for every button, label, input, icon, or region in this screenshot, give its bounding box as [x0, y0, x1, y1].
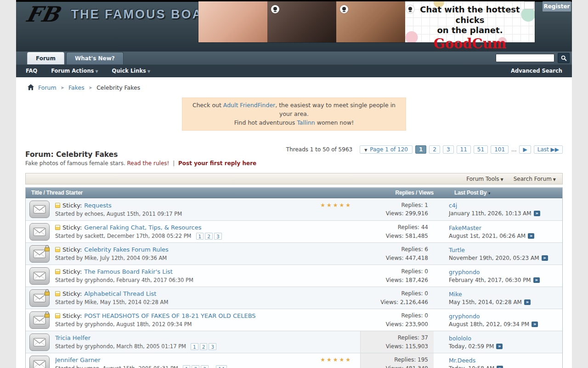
sticky-note-icon [55, 313, 60, 318]
goto-last-post-icon[interactable]: » [528, 233, 534, 239]
lastpost-user-link[interactable]: Mr.Deeds [449, 357, 475, 364]
logo-fb-monogram: FB [24, 4, 61, 25]
forum-toolbar: Forum Tools▼ Search Forum▼ [25, 173, 563, 184]
thread-page-button[interactable]: 14 [216, 365, 226, 368]
tab-whats-new[interactable]: What's New? [66, 52, 124, 64]
thread-page-button[interactable]: 1 [196, 233, 204, 240]
adult-friendfinder-link[interactable]: Adult FriendFinder [223, 102, 275, 109]
register-button[interactable]: Register [543, 1, 571, 12]
thread-title-link[interactable]: Celebrity Fakes Forum Rules [84, 246, 168, 253]
lastpost-user-link[interactable]: bolololo [449, 335, 471, 342]
thread-title-link[interactable]: Jennifer Garner [55, 356, 101, 363]
notice-text: , the easiest way to meet single people … [275, 102, 396, 117]
forum-tools-menu[interactable]: Forum Tools▼ [466, 176, 503, 182]
table-row: Jennifer Garner ★★★★★ Started by vman, A… [26, 353, 562, 368]
thread-table: Title / Thread Starter Replies / Views L… [25, 187, 563, 368]
nav-faq[interactable]: FAQ [26, 68, 37, 74]
next-page-button[interactable]: ▶ [519, 145, 531, 154]
page-number-button[interactable]: 101 [491, 145, 509, 154]
page-number-button[interactable]: 51 [474, 145, 488, 154]
lastpost-user-link[interactable]: c4j [449, 202, 457, 209]
thread-started-by: Started by gryphondo, March 8th, 2005 01… [55, 343, 186, 350]
chevron-down-icon: ▼ [95, 69, 98, 74]
nav-quick-links[interactable]: Quick Links▼ [112, 68, 150, 74]
lastpost-date: Today, 10:58 AM [449, 365, 494, 368]
thread-page-button[interactable]: 3 [209, 343, 216, 350]
replies-count: Replies: 6 [360, 245, 428, 254]
nav-forum-actions[interactable]: Forum Actions▼ [51, 68, 98, 74]
read-rules-link[interactable]: Read the rules! [127, 160, 170, 167]
thread-page-button[interactable]: 1 [183, 365, 191, 368]
thread-title-link[interactable]: Alphabetical Thread List [84, 290, 156, 297]
views-count: Views: 481,349 [361, 364, 428, 368]
thread-title-link[interactable]: Tricia Helfer [55, 334, 90, 341]
last-post-cell: c4j January 11th, 2026, 10:13 AM » [434, 202, 562, 217]
thread-page-button[interactable]: 2 [200, 343, 208, 350]
ad-photo-3 [336, 1, 405, 42]
site-logo[interactable]: FB THE FAMOUS BOARD [26, 4, 223, 25]
breadcrumb-fakes[interactable]: Fakes [68, 84, 85, 91]
lastpost-user-link[interactable]: gryphondo [449, 269, 480, 276]
goto-last-post-icon[interactable]: » [497, 366, 503, 368]
envelope-icon [29, 267, 50, 285]
views-count: Views: 581,485 [360, 232, 428, 241]
thread-title-link[interactable]: Requests [84, 202, 112, 209]
thread-title-link[interactable]: POST HEADSHOTS OF FAKES OF 18-21 YEAR OL… [84, 312, 255, 319]
threads-count: Threads 1 to 50 of 5963 [286, 146, 352, 153]
page-number-button[interactable]: 2 [429, 145, 440, 154]
tab-forum[interactable]: Forum [27, 52, 64, 64]
breadcrumb-forum[interactable]: Forum [38, 84, 57, 91]
divider: | [173, 160, 175, 167]
page-links-ellipsis: ... [210, 366, 215, 368]
search-button[interactable] [558, 53, 570, 63]
sticky-label: Sticky: [62, 202, 82, 209]
tallinn-link[interactable]: Tallinn [297, 119, 315, 126]
goto-last-post-icon[interactable]: » [531, 322, 538, 327]
first-reply-link[interactable]: Post your first reply here [178, 160, 256, 167]
goto-last-post-icon[interactable]: » [496, 344, 503, 349]
search-forum-menu[interactable]: Search Forum▼ [514, 176, 556, 182]
thread-page-button[interactable]: 3 [214, 233, 222, 240]
page-number-button[interactable]: 3 [443, 145, 454, 154]
thread-page-button[interactable]: 3 [201, 365, 209, 368]
column-title-thread-starter[interactable]: Title / Thread Starter [26, 190, 379, 196]
lastpost-user-link[interactable]: Mike [449, 291, 462, 298]
site-header: FB THE FAMOUS BOARD Chat with the hottes… [16, 0, 572, 77]
sticky-note-icon [55, 203, 60, 208]
thread-page-button[interactable]: 2 [205, 233, 213, 240]
chevron-down-icon: ▼ [364, 148, 367, 152]
home-icon[interactable] [28, 84, 34, 90]
lastpost-date: Today, 02:59 PM [449, 343, 494, 350]
sticky-label: Sticky: [62, 246, 82, 253]
lastpost-user-link[interactable]: Turtle [449, 247, 465, 253]
page-select-dropdown[interactable]: ▼Page 1 of 120 [360, 145, 413, 154]
advanced-search-link[interactable]: Advanced Search [511, 68, 562, 74]
thread-page-button[interactable]: 1 [191, 343, 198, 350]
last-page-button[interactable]: Last ▶▶ [534, 145, 563, 154]
ad-headline-line2: on the planet. [405, 25, 535, 36]
thread-title-link[interactable]: General Faking Chat, Tips, & Resources [84, 224, 201, 231]
page-number-button[interactable]: 1 [415, 145, 426, 154]
lastpost-user-link[interactable]: gryphondo [449, 313, 480, 320]
envelope-icon [29, 334, 50, 351]
thread-page-links: 123...14 [183, 365, 227, 368]
page-number-button[interactable]: 11 [457, 145, 471, 154]
column-replies-views[interactable]: Replies / Views [379, 190, 434, 196]
goto-last-post-icon[interactable]: » [534, 211, 540, 216]
thread-title-link[interactable]: The Famous Board Fakir's List [84, 268, 173, 275]
goto-last-post-icon[interactable]: » [533, 277, 540, 283]
navbar: FAQ Forum Actions▼ Quick Links▼ Advanced… [16, 64, 572, 77]
thread-page-button[interactable]: 2 [192, 365, 199, 368]
breadcrumb-separator-icon: ➤ [89, 85, 92, 90]
sort-arrow-icon: ▼ [487, 191, 491, 196]
thread-started-by: Started by gryphondo, February 4th, 2017… [55, 277, 193, 283]
last-post-cell: FakeMaster August 1st, 2021, 06:26 AM » [434, 224, 562, 239]
ad-banner[interactable]: Chat with the hottest chicks on the plan… [198, 1, 535, 42]
chevron-down-icon: ▼ [147, 69, 150, 74]
lastpost-user-link[interactable]: FakeMaster [449, 224, 481, 231]
goto-last-post-icon[interactable]: » [524, 299, 531, 305]
search-input[interactable] [496, 54, 554, 62]
lastpost-date: August 1st, 2021, 06:26 AM [449, 233, 526, 239]
goto-last-post-icon[interactable]: » [542, 255, 548, 261]
column-last-post-by[interactable]: Last Post By▼ [434, 190, 562, 196]
